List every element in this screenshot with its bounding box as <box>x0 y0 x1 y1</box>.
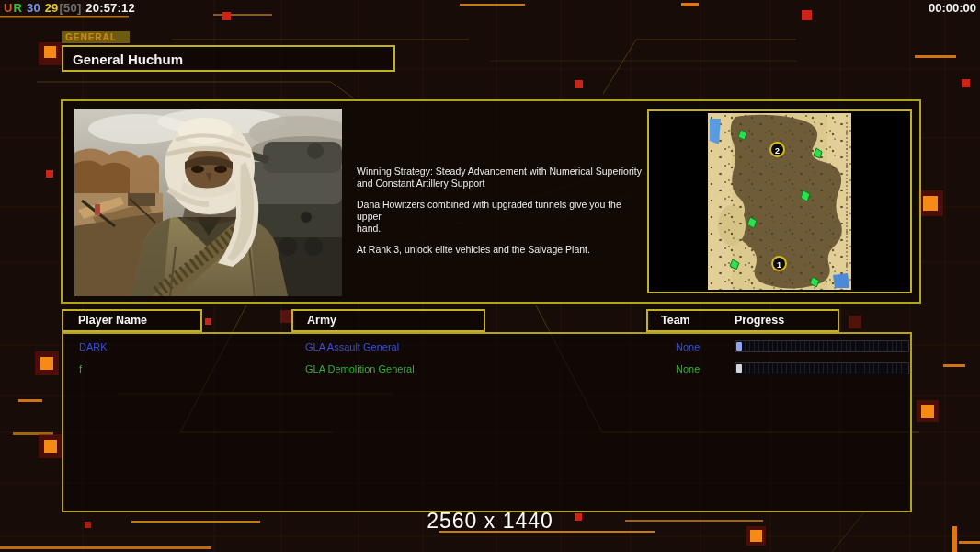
general-info-panel: Winning Strategy: Steady Advancement wit… <box>61 99 921 304</box>
resolution-watermark: 2560 x 1440 <box>427 509 553 534</box>
debug-clock: 20:57:12 <box>85 1 135 15</box>
header-team-label: Team <box>661 311 690 330</box>
debug-overlay: UR 30 29[50] 20:57:12 <box>4 1 136 15</box>
header-player-name: Player Name <box>62 309 202 332</box>
strategy-paragraph: At Rank 3, unlock elite vehicles and the… <box>357 244 644 256</box>
strategy-text: Winning Strategy: Steady Advancement wit… <box>357 166 644 265</box>
player-army: GLA Assault General <box>305 341 399 352</box>
game-lobby-screen: UR 30 29[50] 20:57:12 00:00:00 GENERAL G… <box>0 0 980 552</box>
map-start-position-2: 2 <box>769 142 785 157</box>
header-player-name-label: Player Name <box>78 314 147 327</box>
map-thumbnail: 2 1 <box>708 113 851 290</box>
strategy-paragraph: Winning Strategy: Steady Advancement wit… <box>357 166 644 190</box>
player-army: GLA Demolition General <box>305 363 415 374</box>
header-army: Army <box>291 309 485 332</box>
debug-num-yellow: 29 <box>45 1 59 15</box>
player-row-dark[interactable]: DARK GLA Assault General None <box>63 339 910 357</box>
match-timer: 00:00:00 <box>929 1 976 15</box>
header-progress-label: Progress <box>735 311 784 330</box>
debug-r: R <box>14 1 23 15</box>
general-portrait <box>74 109 342 296</box>
player-name: DARK <box>79 341 108 352</box>
player-team: None <box>676 341 700 352</box>
strategy-paragraph: Dana Howitzers combined with upgraded tu… <box>357 199 644 235</box>
player-progress-fill <box>736 342 742 351</box>
general-name-field[interactable]: General Huchum <box>62 45 395 72</box>
debug-bracket: [50] <box>60 1 82 15</box>
map-start-position-1: 1 <box>771 256 787 271</box>
player-name: f <box>79 363 82 374</box>
player-progress-bar <box>735 340 909 352</box>
players-panel: DARK GLA Assault General None f GLA Demo… <box>62 332 912 512</box>
map-preview-box: 2 1 <box>647 109 912 293</box>
player-progress-fill <box>736 364 742 373</box>
player-row-f[interactable]: f GLA Demolition General None <box>63 361 910 379</box>
header-team-progress: Team Progress <box>646 309 839 332</box>
general-tab-label: GENERAL <box>62 31 130 43</box>
player-team: None <box>676 363 700 374</box>
player-progress-bar <box>735 362 909 374</box>
debug-num-blue: 30 <box>27 1 40 15</box>
general-portrait-image <box>74 109 342 296</box>
header-army-label: Army <box>307 314 336 327</box>
debug-u: U <box>4 1 13 15</box>
